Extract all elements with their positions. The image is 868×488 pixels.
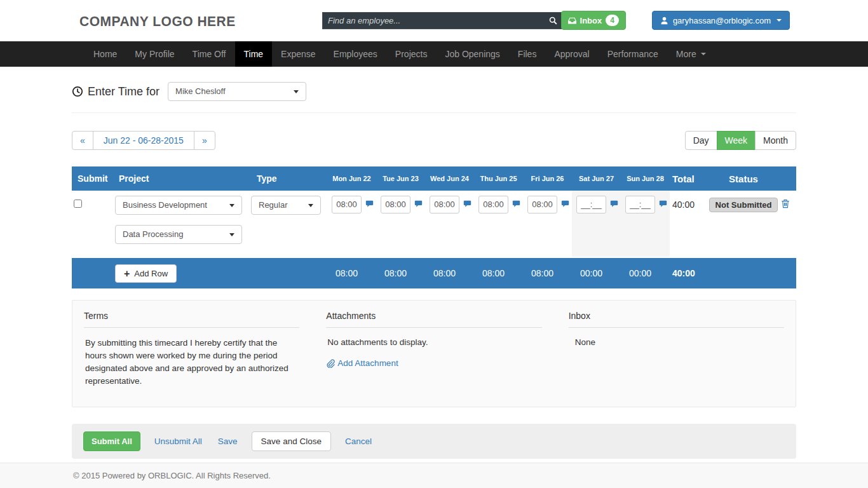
- view-month-button[interactable]: Month: [755, 131, 796, 150]
- project-select-value: Business Development: [123, 200, 207, 210]
- nav-item-more[interactable]: More: [667, 41, 715, 67]
- cancel-link[interactable]: Cancel: [343, 437, 374, 446]
- attachments-empty-text: No attachments to display.: [326, 337, 541, 347]
- search-input[interactable]: [323, 16, 545, 25]
- attachments-title: Attachments: [326, 311, 541, 328]
- time-input-wed[interactable]: 08:00: [430, 196, 459, 214]
- nav-item-my-profile[interactable]: My Profile: [126, 41, 183, 67]
- nav-item-files[interactable]: Files: [509, 41, 546, 67]
- chevron-down-icon: [701, 53, 706, 55]
- comment-icon[interactable]: [414, 200, 423, 208]
- user-icon: [660, 17, 668, 25]
- trash-icon: [781, 199, 796, 208]
- inbox-button[interactable]: Inbox 4: [561, 11, 626, 30]
- clock-icon: [72, 86, 83, 97]
- user-menu-button[interactable]: garyhassan@orblogic.com: [652, 11, 790, 30]
- grand-total: 40:00: [670, 268, 706, 278]
- task-select[interactable]: Data Processing: [115, 225, 242, 244]
- total-tue: 08:00: [381, 268, 410, 278]
- delete-row-button[interactable]: [781, 196, 796, 244]
- total-thu: 08:00: [478, 268, 508, 278]
- col-header-project: Project: [110, 173, 250, 184]
- day-cell-thu: 08:00: [474, 196, 523, 244]
- submit-all-button[interactable]: Submit All: [83, 431, 140, 451]
- row-total: 40:00: [670, 196, 706, 244]
- timesheet-row: Business Development Data Processing Reg…: [72, 191, 796, 257]
- copyright-text: © 2015 Powered by ORBLOGIC. All Rights R…: [72, 463, 796, 480]
- add-attachment-label: Add Attachment: [337, 358, 398, 368]
- timesheet-totals-row: + Add Row 08:00 08:00 08:00 08:00 08:00 …: [72, 258, 796, 288]
- unsubmit-all-link[interactable]: Unsubmit All: [153, 437, 204, 446]
- employee-select[interactable]: Mike Chesloff: [168, 82, 306, 101]
- summary-panel: Terms By submitting this timecard I here…: [72, 300, 796, 407]
- add-row-button[interactable]: + Add Row: [115, 264, 177, 283]
- row-submit-checkbox[interactable]: [74, 200, 82, 208]
- nav-item-expense[interactable]: Expense: [272, 41, 324, 67]
- week-nav-group: « Jun 22 - 06-28-2015 »: [72, 131, 215, 150]
- time-input-sat[interactable]: __:__: [576, 196, 606, 214]
- employee-search-box[interactable]: [322, 12, 562, 29]
- nav-item-approval[interactable]: Approval: [545, 41, 598, 67]
- paperclip-icon: [326, 359, 335, 368]
- terms-title: Terms: [84, 311, 299, 328]
- day-cell-mon: 08:00: [327, 196, 376, 244]
- view-week-button[interactable]: Week: [717, 131, 756, 150]
- day-cell-tue: 08:00: [376, 196, 425, 244]
- nav-item-projects[interactable]: Projects: [386, 41, 437, 67]
- save-link[interactable]: Save: [216, 437, 240, 446]
- col-header-mon: Mon Jun 22: [327, 175, 376, 182]
- inbox-empty-text: None: [569, 337, 784, 347]
- nav-item-time-off[interactable]: Time Off: [184, 41, 235, 67]
- comment-icon[interactable]: [463, 200, 471, 208]
- save-and-close-button[interactable]: Save and Close: [252, 431, 331, 451]
- project-select[interactable]: Business Development: [115, 196, 242, 215]
- total-sun: 00:00: [625, 268, 655, 278]
- week-range-button[interactable]: Jun 22 - 06-28-2015: [93, 131, 194, 150]
- inbox-label: Inbox: [580, 16, 602, 25]
- nav-item-employees[interactable]: Employees: [325, 41, 386, 67]
- terms-section: Terms By submitting this timecard I here…: [84, 311, 299, 388]
- nav-item-more-label: More: [676, 41, 696, 67]
- comment-icon[interactable]: [561, 200, 569, 208]
- total-mon: 08:00: [332, 268, 362, 278]
- employee-select-value: Mike Chesloff: [175, 86, 226, 96]
- total-sat: 00:00: [576, 268, 606, 278]
- time-input-tue[interactable]: 08:00: [381, 196, 410, 214]
- col-header-total: Total: [670, 173, 706, 184]
- toolbar-row: « Jun 22 - 06-28-2015 » Day Week Month: [72, 131, 796, 150]
- day-cell-wed: 08:00: [425, 196, 474, 244]
- search-icon[interactable]: [545, 17, 561, 25]
- page-title-row: Enter Time for Mike Chesloff: [72, 82, 796, 113]
- nav-item-job-openings[interactable]: Job Openings: [436, 41, 508, 67]
- user-email: garyhassan@orblogic.com: [673, 16, 771, 25]
- type-select[interactable]: Regular: [251, 196, 321, 215]
- comment-icon[interactable]: [512, 200, 520, 208]
- time-input-mon[interactable]: 08:00: [332, 196, 362, 214]
- action-bar: Submit All Unsubmit All Save Save and Cl…: [72, 424, 796, 459]
- status-badge: Not Submitted: [709, 198, 778, 212]
- prev-week-button[interactable]: «: [72, 131, 93, 150]
- comment-icon[interactable]: [610, 200, 618, 208]
- comment-icon[interactable]: [659, 200, 667, 208]
- comment-icon[interactable]: [365, 200, 374, 208]
- inbox-section: Inbox None: [569, 311, 784, 388]
- page-title: Enter Time for: [88, 85, 159, 98]
- inbox-count-badge: 4: [606, 15, 619, 26]
- time-input-sun[interactable]: __:__: [625, 196, 655, 214]
- time-input-fri[interactable]: 08:00: [527, 196, 557, 214]
- next-week-button[interactable]: »: [194, 131, 215, 150]
- col-header-sun: Sun Jun 28: [621, 175, 670, 182]
- nav-item-time[interactable]: Time: [235, 41, 273, 67]
- page: COMPANY LOGO HERE Inbox 4: [0, 0, 868, 488]
- nav-item-performance[interactable]: Performance: [599, 41, 667, 67]
- total-wed: 08:00: [430, 268, 459, 278]
- add-attachment-link[interactable]: Add Attachment: [326, 358, 398, 368]
- time-input-thu[interactable]: 08:00: [478, 196, 508, 214]
- company-logo: COMPANY LOGO HERE: [79, 13, 236, 29]
- day-cell-sun: __:__: [621, 191, 670, 257]
- nav-item-home[interactable]: Home: [85, 41, 126, 67]
- view-day-button[interactable]: Day: [685, 131, 717, 150]
- timesheet-table: Submit Project Type Mon Jun 22 Tue Jun 2…: [72, 166, 796, 288]
- page-footer: © 2015 Powered by ORBLOGIC. All Rights R…: [0, 463, 868, 488]
- col-header-thu: Thu Jun 25: [474, 175, 523, 182]
